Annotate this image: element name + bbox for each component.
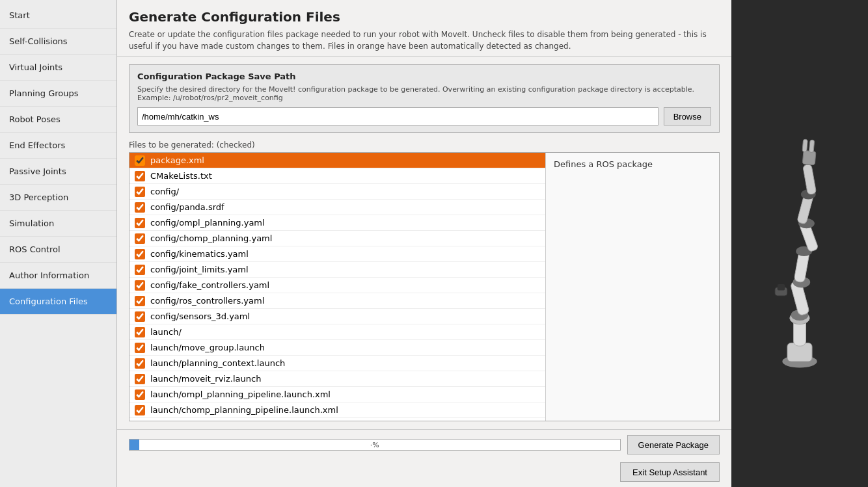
save-path-title: Configuration Package Save Path: [137, 72, 711, 81]
file-checkbox[interactable]: [135, 311, 145, 322]
file-name-label: launch/moveit_rviz.launch: [150, 374, 261, 384]
sidebar-item-self-collisions[interactable]: Self-Collisions: [0, 29, 116, 55]
progress-bar-container: ·%: [129, 439, 621, 451]
file-list-item[interactable]: launch/move_group.launch: [129, 340, 545, 356]
file-name-label: config/ompl_planning.yaml: [150, 218, 265, 228]
exit-setup-assistant-button[interactable]: Exit Setup Assistant: [620, 462, 720, 482]
file-list-item[interactable]: config/joint_limits.yaml: [129, 262, 545, 278]
file-list-item[interactable]: launch/moveit_rviz.launch: [129, 371, 545, 387]
file-name-label: config/kinematics.yaml: [150, 249, 249, 259]
content-area: Configuration Package Save Path Specify …: [117, 57, 731, 429]
file-checkbox[interactable]: [135, 249, 145, 259]
file-list-item[interactable]: config/panda.srdf: [129, 200, 545, 215]
file-checkbox[interactable]: [135, 343, 145, 353]
sidebar: StartSelf-CollisionsVirtual JointsPlanni…: [0, 0, 117, 487]
file-name-label: config/chomp_planning.yaml: [150, 233, 272, 243]
files-label: Files to be generated: (checked): [129, 140, 720, 150]
file-checkbox[interactable]: [135, 358, 145, 369]
file-checkbox[interactable]: [135, 421, 145, 421]
file-checkbox[interactable]: [135, 265, 145, 275]
file-checkbox[interactable]: [135, 374, 145, 384]
save-path-description: Specify the desired directory for the Mo…: [137, 85, 711, 102]
save-path-box: Configuration Package Save Path Specify …: [129, 64, 720, 133]
sidebar-item-3d-perception[interactable]: 3D Perception: [0, 185, 116, 211]
file-checkbox[interactable]: [135, 296, 145, 306]
file-list-item[interactable]: config/chomp_planning.yaml: [129, 231, 545, 246]
robot-visualization: [748, 114, 852, 374]
file-checkbox[interactable]: [135, 155, 145, 166]
file-list-item[interactable]: config/kinematics.yaml: [129, 246, 545, 262]
file-checkbox[interactable]: [135, 218, 145, 228]
header-description: Create or update the configuration files…: [129, 29, 720, 52]
file-name-label: config/fake_controllers.yaml: [150, 280, 269, 290]
file-list-item[interactable]: config/ros_controllers.yaml: [129, 293, 545, 309]
file-list-item[interactable]: config/fake_controllers.yaml: [129, 278, 545, 293]
main-content: Generate Configuration Files Create or u…: [117, 0, 731, 487]
file-name-label: config/joint_limits.yaml: [150, 265, 249, 274]
file-list-item[interactable]: launch/planning_context.launch: [129, 356, 545, 371]
svg-rect-16: [809, 140, 814, 153]
file-list-item[interactable]: CMakeLists.txt: [129, 168, 545, 184]
sidebar-item-configuration-files[interactable]: Configuration Files: [0, 289, 116, 315]
sidebar-item-robot-poses[interactable]: Robot Poses: [0, 107, 116, 133]
robot-panel: [731, 0, 868, 487]
svg-rect-15: [802, 139, 807, 152]
file-name-label: config/panda.srdf: [150, 202, 224, 212]
path-input[interactable]: [137, 107, 658, 125]
svg-rect-18: [778, 283, 785, 290]
file-name-label: launch/move_group.launch: [150, 343, 265, 352]
file-name-label: config/sensors_3d.yaml: [150, 311, 250, 321]
files-area: package.xmlCMakeLists.txtconfig/config/p…: [129, 152, 720, 421]
file-name-label: launch/: [150, 327, 182, 337]
page-title: Generate Configuration Files: [129, 9, 720, 25]
exit-bar: Exit Setup Assistant: [117, 460, 731, 487]
file-name-label: config/ros_controllers.yaml: [150, 296, 264, 306]
file-name-label: launch/planning_context.launch: [150, 358, 285, 368]
file-name-label: launch/ompl_planning_pipeline.launch.xml: [150, 389, 331, 399]
sidebar-item-start[interactable]: Start: [0, 3, 116, 29]
file-checkbox[interactable]: [135, 233, 145, 244]
header: Generate Configuration Files Create or u…: [117, 0, 731, 57]
file-name-label: package.xml: [150, 155, 204, 165]
bottom-bar: ·% Generate Package: [117, 429, 731, 460]
file-list-item[interactable]: config/: [129, 184, 545, 200]
file-list-item[interactable]: launch/planning_pipeline.launch.xml: [129, 418, 545, 421]
sidebar-item-ros-control[interactable]: ROS Control: [0, 237, 116, 263]
file-checkbox[interactable]: [135, 327, 145, 337]
file-name-label: config/: [150, 187, 179, 196]
progress-label: ·%: [129, 440, 620, 450]
file-list-item[interactable]: package.xml: [129, 153, 545, 168]
sidebar-item-passive-joints[interactable]: Passive Joints: [0, 159, 116, 185]
file-checkbox[interactable]: [135, 280, 145, 291]
file-checkbox[interactable]: [135, 202, 145, 213]
file-checkbox[interactable]: [135, 171, 145, 181]
sidebar-item-planning-groups[interactable]: Planning Groups: [0, 81, 116, 107]
generate-package-button[interactable]: Generate Package: [627, 435, 720, 454]
file-checkbox[interactable]: [135, 405, 145, 415]
sidebar-item-virtual-joints[interactable]: Virtual Joints: [0, 55, 116, 81]
sidebar-item-simulation[interactable]: Simulation: [0, 211, 116, 237]
file-name-label: CMakeLists.txt: [150, 171, 212, 181]
file-checkbox[interactable]: [135, 389, 145, 400]
file-list-item[interactable]: config/sensors_3d.yaml: [129, 309, 545, 324]
file-name-label: launch/chomp_planning_pipeline.launch.xm…: [150, 405, 338, 415]
sidebar-item-end-effectors[interactable]: End Effectors: [0, 133, 116, 159]
file-list-item[interactable]: config/ompl_planning.yaml: [129, 215, 545, 231]
path-row: Browse: [137, 107, 711, 125]
file-list-item[interactable]: launch/ompl_planning_pipeline.launch.xml: [129, 387, 545, 402]
file-list-item[interactable]: launch/: [129, 324, 545, 340]
file-checkbox[interactable]: [135, 187, 145, 197]
browse-button[interactable]: Browse: [664, 107, 711, 125]
sidebar-item-author-information[interactable]: Author Information: [0, 263, 116, 289]
file-list[interactable]: package.xmlCMakeLists.txtconfig/config/p…: [129, 153, 546, 421]
file-list-item[interactable]: launch/chomp_planning_pipeline.launch.xm…: [129, 402, 545, 418]
file-description: Defines a ROS package: [546, 153, 719, 421]
svg-rect-14: [802, 150, 816, 165]
